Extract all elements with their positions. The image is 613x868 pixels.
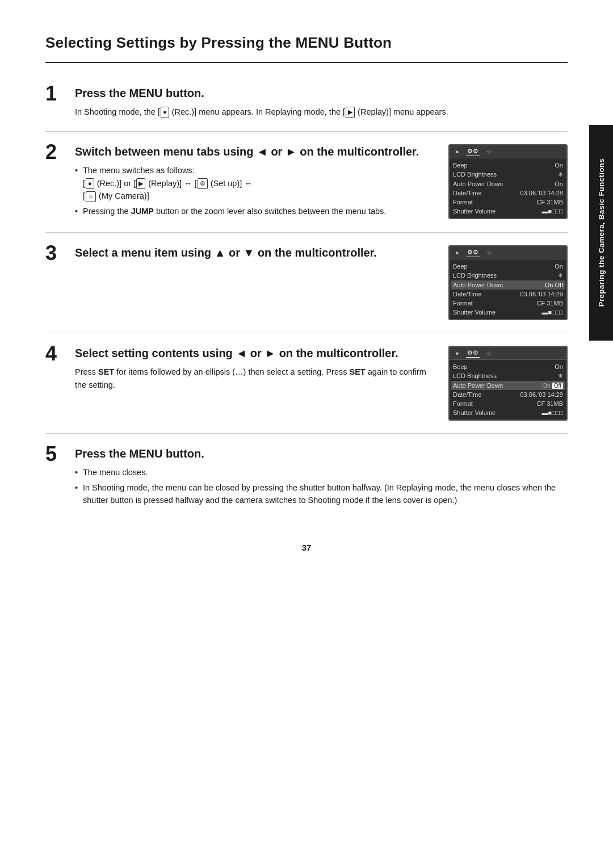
setup-icon: ⚙ (198, 178, 208, 189)
sidebar-label: Preparing the Camera, Basic Functions (589, 125, 613, 341)
step-4-text: Select setting contents using ◄ or ► on … (75, 346, 435, 392)
rec-icon: ● (161, 107, 169, 118)
cam-row-sv-4: Shutter Volume ▬■□□□ (453, 408, 563, 417)
step-4-number: 4 (45, 343, 75, 364)
cam-body-4: Beep On LCD Brightness ✳ Auto Power Down (450, 360, 566, 420)
step-3-header: Select a menu item using ▲ or ▼ on the m… (75, 245, 435, 261)
step-2-bullets: The menu switches as follows: [● (Rec.)]… (75, 164, 435, 217)
step-5: 5 Press the MENU button. The menu closes… (45, 434, 568, 526)
page-container: Preparing the Camera, Basic Functions Se… (0, 0, 613, 586)
step-3-content: Select a menu item using ▲ or ▼ on the m… (75, 245, 568, 320)
step-1: 1 Press the MENU button. In Shooting mod… (45, 73, 568, 132)
step-4-content: Select setting contents using ◄ or ► on … (75, 346, 568, 421)
step-3-layout: Select a menu item using ▲ or ▼ on the m… (75, 245, 568, 320)
step-3-image: ● ⚙⚙ ☆ Beep On LCD Brightness ✳ (448, 245, 568, 320)
mycam-icon: ☆ (86, 191, 96, 202)
step-2-text: Switch between menu tabs using ◄ or ► on… (75, 144, 435, 220)
step-4-layout: Select setting contents using ◄ or ► on … (75, 346, 568, 421)
cam-row-beep-2: Beep On (453, 161, 563, 170)
step-5-bullets: The menu closes. In Shooting mode, the m… (75, 466, 568, 506)
cam-body-3: Beep On LCD Brightness ✳ Auto Power Down… (450, 259, 566, 319)
step-2-bullet-1: The menu switches as follows: [● (Rec.)]… (75, 164, 435, 202)
step-5-bullet-1: The menu closes. (75, 466, 568, 479)
cam-row-dt-2: Date/Time 03.06.'03 14:28 (453, 188, 563, 198)
page-number: 37 (45, 543, 568, 552)
step-4-body: Press SET for items followed by an ellip… (75, 366, 435, 392)
step-5-header: Press the MENU button. (75, 446, 568, 462)
camera-screen-4: ● ⚙⚙ ☆ Beep On LCD Brightness ✳ (448, 346, 568, 421)
cam-tab-mycam: ☆ (485, 148, 493, 156)
step-1-header: Press the MENU button. (75, 86, 568, 101)
cam-row-sv-2: Shutter Volume ▬■□□□ (453, 207, 563, 216)
cam-tab-setup: ⚙⚙ (466, 147, 480, 156)
replay-icon-2: ▶ (136, 178, 145, 189)
step-5-content: Press the MENU button. The menu closes. … (75, 446, 568, 509)
cam-row-fmt-3: Format CF 31MB (453, 299, 563, 308)
cam-tab-rec: ● (454, 148, 460, 156)
step-5-bullet-2: In Shooting mode, the menu can be closed… (75, 481, 568, 507)
cam-row-beep-4: Beep On (453, 362, 563, 371)
step-4-image: ● ⚙⚙ ☆ Beep On LCD Brightness ✳ (448, 346, 568, 421)
step-2-header: Switch between menu tabs using ◄ or ► on… (75, 144, 435, 160)
cam-row-apd-4-highlighted: Auto Power Down On Off (451, 381, 565, 390)
cam-tabs-3: ● ⚙⚙ ☆ (450, 246, 566, 259)
step-2-bullet-2: Pressing the JUMP button or the zoom lev… (75, 205, 435, 217)
step-1-body: In Shooting mode, the [● (Rec.)] menu ap… (75, 106, 568, 119)
step-4: 4 Select setting contents using ◄ or ► o… (45, 333, 568, 434)
step-3-text: Select a menu item using ▲ or ▼ on the m… (75, 245, 435, 265)
page-title: Selecting Settings by Pressing the MENU … (45, 34, 568, 63)
cam-row-beep-3: Beep On (453, 262, 563, 271)
cam-tab-mycam-4: ☆ (485, 349, 493, 358)
cam-tabs-2: ● ⚙⚙ ☆ (450, 145, 566, 158)
step-2-number: 2 (45, 142, 75, 162)
cam-tab-mycam-3: ☆ (485, 249, 493, 257)
cam-tab-setup-4: ⚙⚙ (466, 349, 480, 358)
cam-row-lcd-2: LCD Brightness ✳ (453, 170, 563, 179)
camera-screen-3: ● ⚙⚙ ☆ Beep On LCD Brightness ✳ (448, 245, 568, 320)
cam-row-sv-3: Shutter Volume ▬■□□□ (453, 308, 563, 317)
step-4-header: Select setting contents using ◄ or ► on … (75, 346, 435, 361)
camera-screen-2: ● ⚙⚙ ☆ Beep On LCD Brightness ✳ (448, 144, 568, 219)
step-1-content: Press the MENU button. In Shooting mode,… (75, 86, 568, 119)
step-3-number: 3 (45, 243, 75, 263)
cam-tab-setup-3: ⚙⚙ (466, 248, 480, 257)
step-2: 2 Switch between menu tabs using ◄ or ► … (45, 132, 568, 233)
step-5-number: 5 (45, 444, 75, 464)
sidebar-text: Preparing the Camera, Basic Functions (597, 158, 606, 307)
cam-row-fmt-2: Format CF 31MB (453, 198, 563, 207)
rec-icon-2: ● (86, 178, 94, 189)
off-selected: Off (552, 383, 563, 389)
cam-row-fmt-4: Format CF 31MB (453, 399, 563, 408)
cam-tabs-4: ● ⚙⚙ ☆ (450, 347, 566, 360)
cam-row-apd-2: Auto Power Down On (453, 179, 563, 188)
replay-icon: ▶ (346, 107, 355, 118)
cam-body-2: Beep On LCD Brightness ✳ Auto Power Down… (450, 158, 566, 218)
cam-row-dt-4: Date/Time 03.06.'03 14:29 (453, 390, 563, 399)
cam-row-lcd-3: LCD Brightness ✳ (453, 271, 563, 280)
step-3: 3 Select a menu item using ▲ or ▼ on the… (45, 233, 568, 333)
step-1-number: 1 (45, 83, 75, 104)
step-2-layout: Switch between menu tabs using ◄ or ► on… (75, 144, 568, 220)
step-5-body: The menu closes. In Shooting mode, the m… (75, 466, 568, 506)
step-2-image: ● ⚙⚙ ☆ Beep On LCD Brightness ✳ (448, 144, 568, 219)
step-2-body: The menu switches as follows: [● (Rec.)]… (75, 164, 435, 217)
step-2-content: Switch between menu tabs using ◄ or ► on… (75, 144, 568, 220)
cam-row-dt-3: Date/Time 03.06.'03 14:29 (453, 290, 563, 299)
cam-tab-rec-4: ● (454, 349, 460, 357)
cam-row-lcd-4: LCD Brightness ✳ (453, 371, 563, 381)
cam-row-apd-3-highlighted: Auto Power Down On Off (451, 280, 565, 290)
cam-tab-rec-3: ● (454, 249, 460, 257)
